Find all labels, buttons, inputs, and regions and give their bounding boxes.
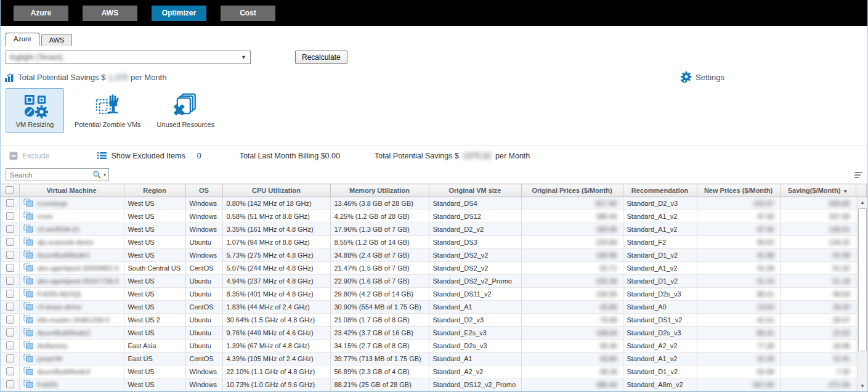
header-region[interactable]: Region <box>124 184 185 197</box>
header-cpu-utilization[interactable]: CPU Utilization <box>222 184 330 197</box>
row-checkbox[interactable] <box>6 264 14 272</box>
row-checkbox[interactable] <box>6 354 14 362</box>
row-checkbox[interactable] <box>6 251 14 259</box>
table-row[interactable]: AzureBuildNode1 West US Windows 5.73% (2… <box>1 248 866 261</box>
vertical-scrollbar[interactable]: ▲ ▼ <box>857 197 867 391</box>
saving-value: 337.99 <box>829 213 850 220</box>
table-row[interactable]: FvE8S West US Windows 10.73% (1.0 GHz of… <box>1 378 866 391</box>
category-potential-zombie-vms[interactable]: Potential Zombie VMs <box>69 88 147 133</box>
cpu-cell: 9.76% (449 MHz of 4.6 GHz) <box>222 326 330 339</box>
tab-aws[interactable]: AWS <box>41 34 73 46</box>
saving-cell: 91.98 <box>780 248 856 261</box>
new-price-cell: 14.60 <box>697 300 780 313</box>
table-row[interactable]: Artifactory East Asia Ubuntu 1.39% (67 M… <box>1 339 866 352</box>
vm-name: ako-agentpool-32669862-0 <box>38 264 119 272</box>
grid-options-icon[interactable] <box>854 172 864 178</box>
region-cell: West US <box>124 197 185 210</box>
saving-value: 18.98 <box>833 342 850 349</box>
table-row[interactable]: AzureBuildNode3 West US Windows 22.10% (… <box>1 365 866 378</box>
exclude-button[interactable]: Exclude <box>9 152 49 160</box>
row-checkbox[interactable] <box>6 380 14 388</box>
category-vm-resizing[interactable]: VM Resizing <box>6 88 64 133</box>
table-row[interactable]: FvE8S-MySQL West US Ubuntu 8.35% (401 MH… <box>1 287 866 300</box>
nav-azure-button[interactable]: Azure <box>14 6 68 21</box>
original-price-cell: 224.84 <box>521 235 623 248</box>
row-checkbox[interactable] <box>6 238 14 246</box>
search-options-arrow-icon[interactable]: ▾ <box>103 172 106 178</box>
table-row[interactable]: r3-drase-demo West US CentOS 1.83% (44 M… <box>1 300 866 313</box>
new-price-value: 90.52 <box>757 239 774 246</box>
header-select-all[interactable] <box>1 184 19 197</box>
vm-icon <box>23 289 34 298</box>
show-excluded-button[interactable]: Show Excluded Items 0 <box>97 152 201 160</box>
table-row[interactable]: jumpVM East US CentOS 4.39% (105 MHz of … <box>1 352 866 365</box>
recalculate-button[interactable]: Recalculate <box>295 51 347 64</box>
table-row[interactable]: ako-agentpool-26267738-0 West US Ubuntu … <box>1 274 866 287</box>
row-checkbox[interactable] <box>6 316 14 324</box>
row-checkbox[interactable] <box>6 277 14 285</box>
nav-aws-button[interactable]: AWS <box>83 6 137 21</box>
tenant-dropdown[interactable]: foglight (Tenant) ▼ <box>6 51 251 64</box>
recommendation-cell: Standard_D2s_v3 <box>623 287 697 300</box>
table-row[interactable]: rcomlarge West US Windows 0.80% (142 MHz… <box>1 197 866 210</box>
search-icon[interactable] <box>92 170 102 179</box>
search-input[interactable] <box>10 171 92 179</box>
header-saving[interactable]: Saving($/Month)▼ <box>780 184 856 197</box>
nav-optimizer-button[interactable]: Optimizer <box>152 6 206 21</box>
original-size-cell: Standard_DS2_v2 <box>429 248 521 261</box>
row-select-cell <box>1 197 19 210</box>
nav-cost-button[interactable]: Cost <box>221 6 275 21</box>
scroll-down-icon[interactable]: ▼ <box>858 381 867 391</box>
row-checkbox[interactable] <box>6 225 14 233</box>
original-price-value: 92.71 <box>600 264 617 272</box>
row-checkbox[interactable] <box>6 329 14 337</box>
row-checkbox[interactable] <box>6 199 14 207</box>
vm-name: ako-agentpool-26267738-0 <box>38 277 119 285</box>
results-grid: Virtual Machine Region OS CPU Utilizatio… <box>1 184 867 391</box>
row-checkbox[interactable] <box>6 367 14 375</box>
select-all-checkbox[interactable] <box>6 186 14 194</box>
tenant-row: foglight (Tenant) ▼ Recalculate <box>1 51 867 64</box>
saving-cell: 134.32 <box>780 235 856 248</box>
table-row[interactable]: rcore West US Windows 0.58% (51 MHz of 8… <box>1 210 866 223</box>
recommendation-cell: Standard_A0 <box>623 300 697 313</box>
category-label: Potential Zombie VMs <box>75 121 141 129</box>
header-recommendation[interactable]: Recommendation <box>623 184 697 197</box>
table-row[interactable]: AzureBuildNode2 West US Ubuntu 9.76% (44… <box>1 326 866 339</box>
category-unused-resources[interactable]: Unused Resources <box>152 88 221 133</box>
table-row[interactable]: ako-agentpool-32669862-0 South Central U… <box>1 261 866 274</box>
table-row[interactable]: djo-scanode-demo West US Ubuntu 1.07% (9… <box>1 235 866 248</box>
cpu-cell: 4.94% (237 MHz of 4.8 GHz) <box>222 274 330 287</box>
region-cell: West US <box>124 287 185 300</box>
row-checkbox[interactable] <box>6 303 14 311</box>
header-os[interactable]: OS <box>185 184 222 197</box>
scroll-up-icon[interactable]: ▲ <box>858 197 867 208</box>
header-new-prices[interactable]: New Prices ($/Month) <box>697 184 780 197</box>
header-original-prices[interactable]: Original Prices ($/Month) <box>521 184 623 197</box>
row-select-cell <box>1 313 19 326</box>
original-price-cell: 43.80 <box>521 352 623 365</box>
header-memory-utilization[interactable]: Memory Utilization <box>330 184 429 197</box>
original-size-cell: Standard_DS3 <box>429 235 521 248</box>
header-original-vm-size[interactable]: Original VM size <box>429 184 521 197</box>
settings-button[interactable]: Settings <box>680 71 724 83</box>
region-cell: West US 2 <box>124 313 185 326</box>
row-checkbox[interactable] <box>6 290 14 298</box>
vm-name-cell: ako-agentpool-32669862-0 <box>19 261 124 274</box>
new-price-cell: 47.45 <box>697 223 780 235</box>
cpu-cell: 0.80% (142 MHz of 18 GHz) <box>222 197 330 210</box>
os-cell: Ubuntu <box>185 274 222 287</box>
table-row[interactable]: k8s-master-26481258-0 West US 2 Ubuntu 3… <box>1 313 866 326</box>
os-cell: Windows <box>185 197 222 210</box>
vm-icon <box>23 328 34 337</box>
row-checkbox[interactable] <box>6 341 14 349</box>
scrollbar-thumb[interactable] <box>858 208 867 351</box>
row-select-cell <box>1 261 19 274</box>
savings-suffix: per Month <box>131 73 167 82</box>
header-virtual-machine[interactable]: Virtual Machine <box>19 184 124 197</box>
row-select-cell <box>1 300 19 313</box>
row-checkbox[interactable] <box>6 212 14 220</box>
table-row[interactable]: r3-winRDA-01 West US Windows 3.35% (161 … <box>1 223 866 235</box>
saving-value: 22.63 <box>833 329 850 337</box>
tab-azure[interactable]: Azure <box>6 33 39 46</box>
